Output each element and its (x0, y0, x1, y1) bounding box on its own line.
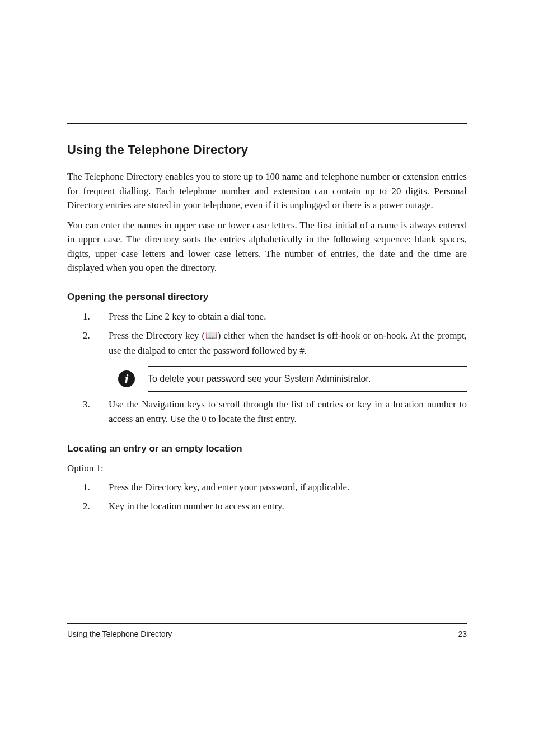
header-whitespace (67, 67, 467, 123)
subheading-opening-directory: Opening the personal directory (67, 290, 467, 304)
step-number: 1. (83, 480, 90, 495)
subheading-locating-entry: Locating an entry or an empty location (67, 442, 467, 456)
step-item: 2. Press the Directory key (📖) either wh… (67, 328, 467, 358)
step-text: Press the Directory key (📖) either when … (109, 330, 467, 355)
step-number: 3. (83, 397, 90, 412)
note-block: i To delete your password see your Syste… (118, 366, 467, 392)
step-text: Use the Navigation keys to scroll throug… (109, 399, 467, 424)
step-number: 1. (83, 309, 90, 324)
step-list: 1. Press the Line 2 key to obtain a dial… (67, 309, 467, 358)
step-item: 2. Key in the location number to access … (67, 499, 467, 514)
step-text: Press the Directory key, and enter your … (109, 482, 349, 492)
note-text: To delete your password see your System … (148, 366, 467, 392)
top-rule (67, 123, 467, 124)
section-title: Using the Telephone Directory (67, 143, 467, 157)
step-number: 2. (83, 499, 90, 514)
option-label: Option 1: (67, 461, 467, 476)
page: Using the Telephone Directory The Teleph… (0, 0, 534, 756)
step-list: 1. Press the Directory key, and enter yo… (67, 480, 467, 514)
footer-page-number: 23 (458, 630, 467, 638)
footer-chapter-title: Using the Telephone Directory (67, 630, 172, 638)
page-footer: Using the Telephone Directory 23 (67, 623, 467, 638)
info-icon: i (118, 370, 135, 388)
step-item: 3. Use the Navigation keys to scroll thr… (67, 397, 467, 427)
intro-paragraph: You can enter the names in upper case or… (67, 218, 467, 275)
step-item: 1. Press the Directory key, and enter yo… (67, 480, 467, 495)
step-text: Press the Line 2 key to obtain a dial to… (109, 311, 266, 322)
step-text: Key in the location number to access an … (109, 501, 284, 511)
step-item: 1. Press the Line 2 key to obtain a dial… (67, 309, 467, 324)
bottom-rule (67, 623, 467, 624)
section-body: The Telephone Directory enables you to s… (67, 170, 467, 514)
step-number: 2. (83, 328, 90, 343)
intro-paragraph: The Telephone Directory enables you to s… (67, 170, 467, 213)
step-list: 3. Use the Navigation keys to scroll thr… (67, 397, 467, 427)
svg-text:i: i (125, 372, 129, 386)
